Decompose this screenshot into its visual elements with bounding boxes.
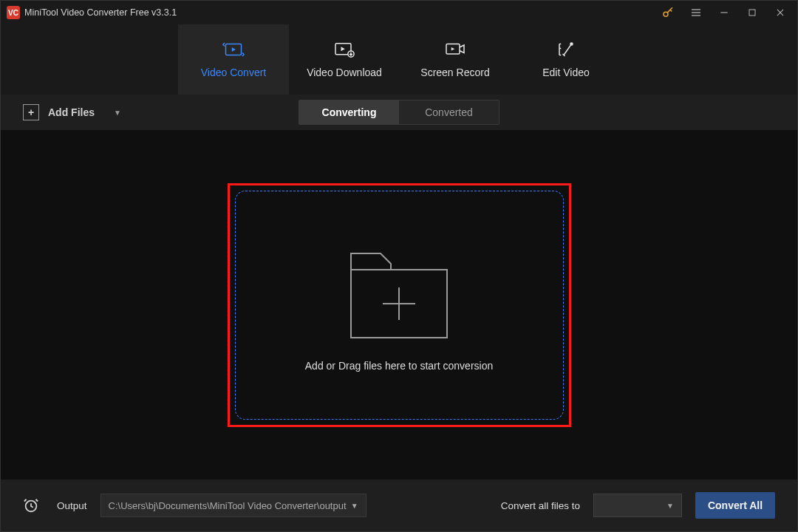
folder-plus-icon — [344, 239, 454, 342]
tab-video-download[interactable]: Video Download — [289, 24, 400, 95]
menu-icon[interactable] — [682, 1, 710, 24]
conversion-state-tabs: Converting Converted — [299, 100, 499, 125]
close-icon[interactable] — [766, 1, 794, 24]
convert-all-format-label: Convert all files to — [501, 500, 580, 511]
license-key-icon[interactable] — [654, 1, 682, 24]
window-title: MiniTool Video Converter Free v3.3.1 — [24, 7, 177, 18]
chevron-down-icon[interactable]: ▼ — [114, 109, 121, 117]
svg-marker-9 — [232, 47, 236, 52]
svg-marker-11 — [341, 47, 345, 51]
tab-converting[interactable]: Converting — [299, 100, 399, 124]
add-files-label: Add Files — [48, 106, 95, 118]
toolbar: + Add Files ▼ Converting Converted — [1, 95, 797, 130]
add-files-button[interactable]: + Add Files ▼ — [23, 104, 121, 120]
tab-label: Video Download — [307, 66, 382, 78]
convert-all-button[interactable]: Convert All — [695, 492, 775, 519]
plus-box-icon: + — [23, 104, 39, 120]
main-nav: Video Convert Video Download Screen Reco… — [1, 24, 797, 95]
tutorial-highlight-box: Add or Drag files here to start conversi… — [228, 183, 571, 427]
tab-screen-record[interactable]: Screen Record — [400, 24, 511, 95]
output-path-dropdown[interactable]: C:\Users\bj\Documents\MiniTool Video Con… — [100, 494, 366, 517]
output-label: Output — [57, 500, 87, 511]
output-path-value: C:\Users\bj\Documents\MiniTool Video Con… — [109, 500, 347, 511]
svg-rect-5 — [749, 10, 755, 16]
chevron-down-icon: ▼ — [666, 502, 674, 510]
tab-label: Screen Record — [420, 66, 489, 78]
chevron-down-icon: ▼ — [351, 502, 358, 510]
titlebar: VC MiniTool Video Converter Free v3.3.1 — [1, 1, 797, 24]
svg-point-15 — [570, 43, 573, 45]
drop-hint-text: Add or Drag files here to start conversi… — [305, 360, 493, 372]
tab-converted[interactable]: Converted — [399, 100, 499, 124]
svg-marker-14 — [451, 47, 455, 51]
main-panel: Add or Drag files here to start conversi… — [1, 130, 797, 480]
target-format-dropdown[interactable]: ▼ — [593, 494, 682, 517]
bottom-bar: Output C:\Users\bj\Documents\MiniTool Vi… — [1, 480, 797, 531]
app-logo-icon: VC — [7, 6, 20, 19]
schedule-icon[interactable] — [23, 497, 39, 514]
tab-edit-video[interactable]: Edit Video — [511, 24, 621, 95]
tab-label: Edit Video — [542, 66, 590, 78]
tab-video-convert[interactable]: Video Convert — [178, 24, 289, 95]
maximize-icon[interactable] — [738, 1, 766, 24]
tab-label: Video Convert — [201, 66, 266, 78]
file-drop-zone[interactable]: Add or Drag files here to start conversi… — [235, 191, 564, 420]
minimize-icon[interactable] — [710, 1, 738, 24]
